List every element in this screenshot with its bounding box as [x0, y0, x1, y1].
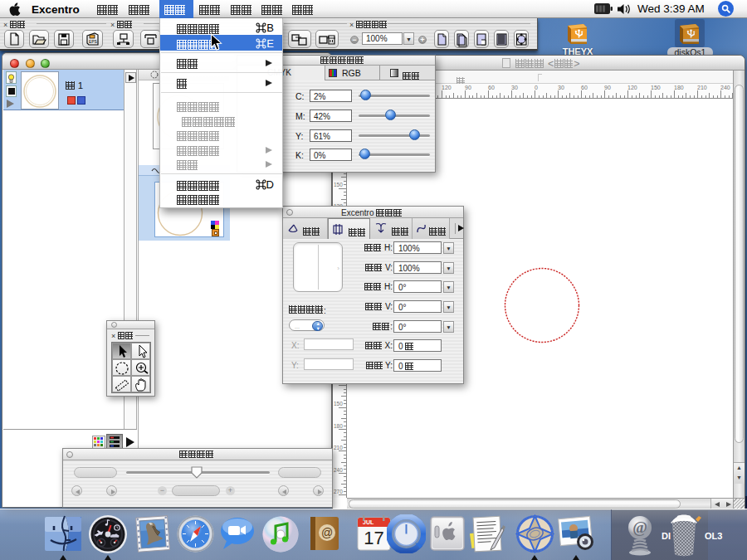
- svg-text:17: 17: [364, 528, 383, 548]
- svg-text:@: @: [632, 519, 647, 536]
- svg-text:@: @: [321, 526, 333, 539]
- svg-text:EPS: EPS: [89, 39, 98, 45]
